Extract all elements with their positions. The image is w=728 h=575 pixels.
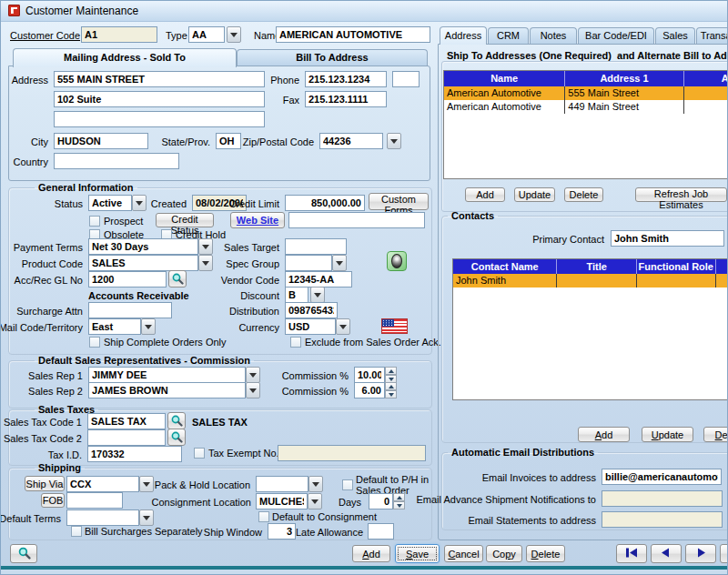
credit-status-button[interactable]: Credit Status bbox=[156, 213, 214, 227]
refresh-job-estimates-button[interactable]: Refresh Job Estimates bbox=[635, 187, 727, 202]
email-asn-field[interactable] bbox=[602, 490, 723, 507]
prospect-checkbox[interactable] bbox=[89, 216, 100, 227]
default-terms-dropdown-button[interactable] bbox=[139, 509, 154, 526]
table-row[interactable]: John Smith bbox=[453, 274, 728, 288]
nav-last-button[interactable] bbox=[720, 544, 728, 563]
accrec-gl-field[interactable] bbox=[88, 271, 167, 288]
accrec-search-button[interactable] bbox=[168, 270, 187, 288]
tax-exempt-checkbox[interactable] bbox=[194, 448, 205, 459]
commission2-spinner[interactable] bbox=[385, 382, 397, 398]
column-header-contact-name[interactable]: Contact Name bbox=[453, 259, 557, 274]
tab-mailing-address[interactable]: Mailing Address - Sold To bbox=[13, 48, 237, 67]
tab-bar-code-edi[interactable]: Bar Code/EDI bbox=[578, 27, 654, 44]
bill-surcharges-checkbox[interactable] bbox=[71, 526, 82, 537]
column-header-functional-role[interactable]: Functional Role bbox=[637, 259, 716, 274]
vendor-code-field[interactable] bbox=[285, 271, 352, 288]
tax-code1-search-button[interactable] bbox=[167, 412, 186, 429]
tab-bill-to-address[interactable]: Bill To Address bbox=[237, 49, 428, 66]
commission1-spinner[interactable] bbox=[385, 367, 397, 383]
tab-crm[interactable]: CRM bbox=[488, 27, 529, 44]
sales-rep1-field[interactable] bbox=[88, 367, 246, 383]
contacts-add-button[interactable]: Add bbox=[578, 427, 630, 442]
cancel-button[interactable]: Cancel bbox=[444, 545, 483, 562]
ship-to-delete-button[interactable]: Delete bbox=[564, 187, 603, 202]
contacts-delete-button[interactable]: Delete bbox=[703, 427, 728, 442]
days-field[interactable] bbox=[369, 493, 393, 509]
currency-field[interactable] bbox=[285, 318, 336, 335]
table-row[interactable]: American Automotive 449 Main Street bbox=[444, 100, 728, 114]
spec-group-dropdown-button[interactable] bbox=[332, 255, 347, 271]
sales-rep2-dropdown-button[interactable] bbox=[246, 382, 260, 398]
status-dropdown-button[interactable] bbox=[132, 195, 147, 211]
tab-transactions[interactable]: Transactions bbox=[696, 27, 728, 44]
tab-notes[interactable]: Notes bbox=[530, 27, 577, 44]
customer-code-field[interactable] bbox=[81, 26, 157, 43]
title-bar[interactable]: Customer Maintenance bbox=[1, 1, 728, 22]
ship-to-add-button[interactable]: Add bbox=[465, 187, 505, 202]
nav-next-button[interactable] bbox=[685, 544, 716, 563]
sales-rep2-field[interactable] bbox=[88, 382, 246, 398]
tax-code2-field[interactable] bbox=[87, 429, 166, 446]
commission1-field[interactable] bbox=[354, 367, 385, 383]
exclude-ack-checkbox[interactable] bbox=[290, 337, 301, 348]
tab-address[interactable]: Address bbox=[440, 26, 487, 45]
payment-terms-dropdown-button[interactable] bbox=[198, 238, 213, 255]
sales-target-field[interactable] bbox=[285, 238, 347, 255]
default-ph-checkbox[interactable] bbox=[342, 479, 353, 490]
custom-forms-button[interactable]: Custom Forms bbox=[369, 193, 429, 210]
type-field[interactable] bbox=[188, 26, 225, 43]
primary-contact-field[interactable] bbox=[611, 230, 724, 247]
table-row[interactable]: American Automotive 555 Main Street bbox=[444, 86, 728, 100]
product-code-field[interactable] bbox=[88, 255, 198, 271]
consignment-field[interactable] bbox=[256, 493, 308, 509]
mail-code-field[interactable] bbox=[88, 318, 141, 335]
ship-window-field[interactable] bbox=[268, 523, 296, 540]
webcam-icon[interactable] bbox=[387, 251, 407, 271]
credit-limit-field[interactable] bbox=[285, 195, 365, 211]
spec-group-field[interactable] bbox=[285, 255, 332, 271]
product-code-dropdown-button[interactable] bbox=[198, 255, 213, 271]
add-button[interactable]: Add bbox=[352, 545, 390, 562]
contacts-update-button[interactable]: Update bbox=[642, 427, 693, 442]
column-header-address1[interactable]: Address 1 bbox=[565, 71, 683, 86]
discount-field[interactable] bbox=[285, 287, 308, 303]
type-dropdown-button[interactable] bbox=[227, 26, 241, 43]
column-header-title[interactable]: Title bbox=[557, 259, 637, 274]
fob-button[interactable]: FOB bbox=[41, 493, 65, 508]
nav-previous-button[interactable] bbox=[651, 544, 682, 563]
nav-first-button[interactable] bbox=[616, 544, 647, 563]
ship-via-button[interactable]: Ship Via bbox=[25, 476, 65, 491]
tax-code1-field[interactable] bbox=[87, 413, 166, 429]
currency-dropdown-button[interactable] bbox=[336, 318, 350, 335]
late-allowance-field[interactable] bbox=[368, 523, 394, 540]
tax-code2-search-button[interactable] bbox=[167, 429, 186, 446]
ship-to-update-button[interactable]: Update bbox=[514, 187, 555, 202]
fob-field[interactable] bbox=[66, 492, 123, 509]
payment-terms-field[interactable] bbox=[88, 238, 198, 255]
copy-button[interactable]: Copy bbox=[486, 545, 522, 562]
ship-via-field[interactable] bbox=[66, 476, 139, 492]
pack-hold-dropdown-button[interactable] bbox=[308, 476, 323, 492]
mail-code-dropdown-button[interactable] bbox=[141, 318, 156, 335]
column-header-department[interactable]: Department bbox=[716, 259, 728, 274]
distribution-field[interactable] bbox=[285, 302, 338, 318]
column-header-address2[interactable]: Address 2 bbox=[684, 71, 728, 86]
ship-via-dropdown-button[interactable] bbox=[139, 476, 154, 492]
tax-id-field[interactable] bbox=[87, 446, 182, 462]
column-header-name[interactable]: Name bbox=[444, 71, 565, 86]
sales-rep1-dropdown-button[interactable] bbox=[246, 367, 260, 383]
default-consignment-checkbox[interactable] bbox=[258, 511, 269, 522]
consignment-dropdown-button[interactable] bbox=[308, 493, 322, 509]
commission2-field[interactable] bbox=[354, 382, 385, 398]
days-spinner[interactable] bbox=[393, 493, 405, 509]
delete-button[interactable]: Delete bbox=[526, 545, 565, 562]
email-invoices-field[interactable] bbox=[602, 469, 722, 485]
discount-dropdown-button[interactable] bbox=[310, 287, 325, 303]
surcharge-attn-field[interactable] bbox=[88, 302, 172, 318]
email-statements-field[interactable] bbox=[602, 511, 723, 528]
ship-complete-checkbox[interactable] bbox=[89, 337, 100, 348]
status-field[interactable] bbox=[88, 195, 132, 211]
web-site-button[interactable]: Web Site bbox=[230, 212, 285, 228]
customer-code-label[interactable]: Customer Code bbox=[10, 30, 80, 42]
default-terms-field[interactable] bbox=[66, 509, 139, 526]
